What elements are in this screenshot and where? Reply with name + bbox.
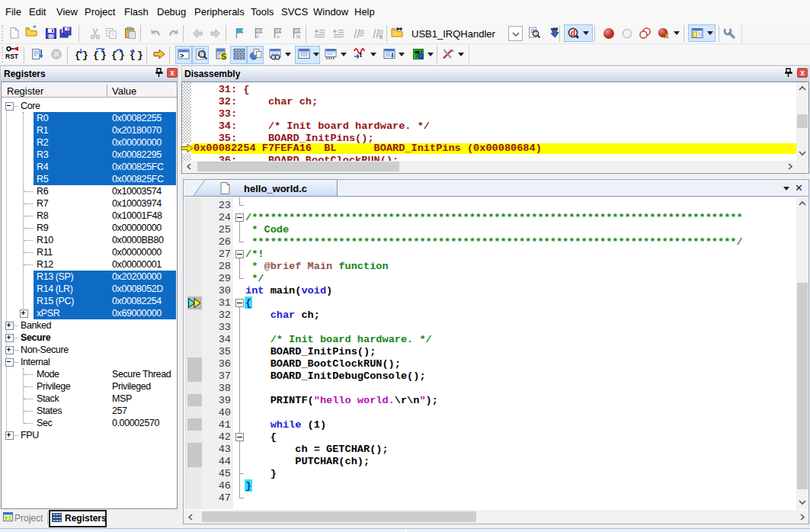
svg-text:{: { — [75, 50, 81, 61]
svg-text:S: S — [221, 53, 226, 61]
svg-text:RST: RST — [5, 53, 19, 60]
svg-text:x: x — [664, 31, 669, 40]
svg-text:}: } — [82, 50, 88, 61]
svg-text:>: > — [180, 53, 184, 60]
svg-text:}: } — [101, 50, 107, 61]
svg-text:d: d — [571, 28, 575, 37]
svg-text:{: { — [93, 50, 99, 61]
svg-text:t: t — [360, 51, 362, 59]
svg-text:}: } — [137, 50, 143, 61]
